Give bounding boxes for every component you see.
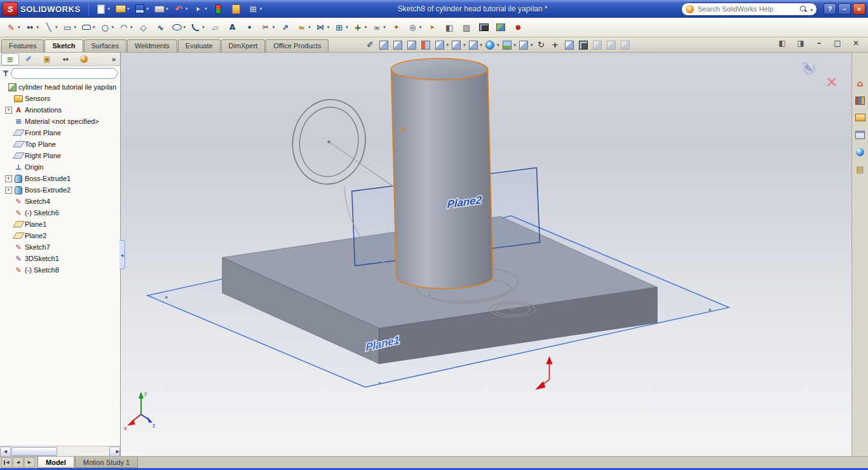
new-document-button[interactable] bbox=[94, 2, 112, 16]
screen-capture-button[interactable] bbox=[475, 20, 492, 34]
sketch-line[interactable] bbox=[329, 142, 394, 187]
display-delete-relations-button[interactable] bbox=[369, 20, 388, 34]
3d-drawing-view-button[interactable] bbox=[563, 39, 576, 51]
help-search-input[interactable] bbox=[696, 4, 797, 13]
restore-document-button[interactable] bbox=[829, 36, 846, 50]
material-not-specified-tree-item[interactable]: Material <not specified> bbox=[0, 116, 120, 127]
rotate-view-button[interactable] bbox=[535, 39, 548, 51]
save-image-button[interactable] bbox=[492, 20, 509, 34]
instant3d-button[interactable] bbox=[441, 20, 458, 34]
sketch-point[interactable] bbox=[379, 382, 381, 385]
open-document-button[interactable] bbox=[113, 2, 132, 16]
weldments-tab[interactable]: Weldments bbox=[127, 39, 177, 52]
cylinder-boss[interactable] bbox=[391, 58, 493, 288]
design-library-button[interactable] bbox=[853, 94, 867, 107]
section-view-button[interactable] bbox=[419, 39, 432, 51]
sketch-fillet-button[interactable] bbox=[188, 20, 207, 34]
plane1-tree-item[interactable]: Plane1 bbox=[0, 218, 120, 230]
ellipse-button[interactable] bbox=[170, 20, 188, 34]
linear-sketch-pattern-button[interactable] bbox=[332, 20, 350, 34]
line-button[interactable] bbox=[41, 20, 60, 34]
record-video-button[interactable] bbox=[510, 20, 526, 34]
help-button[interactable] bbox=[824, 3, 836, 15]
evaluate-tab[interactable]: Evaluate bbox=[178, 39, 220, 52]
motion-study-1-tab[interactable]: Motion Study 1 bbox=[75, 457, 138, 468]
sketch4-tree-item[interactable]: Sketch4 bbox=[0, 196, 120, 207]
tree-root-part[interactable]: cylinder head tutorial ile yapılan bbox=[0, 81, 120, 93]
viewport[interactable]: Plane2 Plane1 x y z bbox=[121, 53, 868, 456]
offset-entities-button[interactable] bbox=[294, 20, 313, 34]
3dsketch1-tree-item[interactable]: 3DSketch1 bbox=[0, 253, 120, 264]
surfaces-tab[interactable]: Surfaces bbox=[84, 39, 126, 52]
repair-sketch-button[interactable] bbox=[388, 20, 405, 34]
front-plane-tree-item[interactable]: Front Plane bbox=[0, 127, 120, 138]
exit-sketch-button[interactable] bbox=[798, 58, 820, 79]
toggle-task-pane-button[interactable] bbox=[792, 36, 809, 50]
sketch-point[interactable] bbox=[165, 296, 168, 299]
convert-entities-button[interactable] bbox=[277, 20, 294, 34]
centerpoint-arc-button[interactable] bbox=[116, 20, 135, 34]
annotations-tree-item[interactable]: Annotations bbox=[0, 104, 120, 116]
sketch-snap-button[interactable] bbox=[363, 39, 376, 51]
minimize-document-button[interactable] bbox=[811, 36, 827, 50]
previous-view-button[interactable] bbox=[405, 39, 418, 51]
expand-icon[interactable] bbox=[5, 187, 12, 194]
magnified-selection-button[interactable] bbox=[591, 39, 604, 51]
trim-entities-button[interactable] bbox=[259, 20, 277, 34]
scrollbar-thumb[interactable] bbox=[11, 447, 57, 456]
exit-sketch-button[interactable] bbox=[4, 20, 22, 34]
display-style-button[interactable] bbox=[451, 39, 466, 51]
sketch-point[interactable] bbox=[709, 309, 711, 311]
options-button[interactable] bbox=[246, 2, 264, 16]
panel-collapse-handle[interactable] bbox=[119, 240, 125, 269]
origin-tree-item[interactable]: Origin bbox=[0, 161, 120, 173]
zoom-to-fit-button[interactable] bbox=[377, 39, 390, 51]
filter-graphics-button[interactable] bbox=[605, 39, 618, 51]
edit-appearance-button[interactable] bbox=[484, 39, 500, 51]
hide-show-items-button[interactable] bbox=[467, 39, 483, 51]
search-icon[interactable] bbox=[799, 5, 808, 13]
sketch6-tree-item[interactable]: (-) Sketch6 bbox=[0, 207, 120, 218]
rebuild-button[interactable] bbox=[210, 2, 227, 16]
move-entities-button[interactable] bbox=[351, 20, 369, 34]
expand-icon[interactable] bbox=[5, 107, 12, 114]
camera-button[interactable] bbox=[577, 39, 590, 51]
configurationmanager-tab[interactable] bbox=[38, 53, 56, 65]
save-button[interactable] bbox=[133, 2, 151, 16]
isolate-button[interactable] bbox=[619, 39, 632, 51]
office-products-tab[interactable]: Office Products bbox=[266, 39, 329, 52]
solidworks-resources-button[interactable] bbox=[853, 77, 867, 90]
sketch8-tree-item[interactable]: (-) Sketch8 bbox=[0, 264, 120, 276]
tree-filter-input[interactable] bbox=[11, 68, 118, 79]
right-plane-tree-item[interactable]: Right Plane bbox=[0, 150, 120, 161]
scroll-prev-button[interactable] bbox=[13, 457, 24, 467]
shaded-sketch-contours-button[interactable] bbox=[458, 20, 475, 34]
print-button[interactable] bbox=[152, 2, 170, 16]
search-options-chevron-icon[interactable] bbox=[810, 5, 813, 13]
custom-properties-button[interactable] bbox=[853, 163, 867, 175]
dimxpert-tab[interactable]: DimXpert bbox=[221, 39, 266, 52]
close-button[interactable] bbox=[853, 3, 865, 15]
quick-snaps-button[interactable] bbox=[405, 20, 424, 34]
zoom-to-area-button[interactable] bbox=[391, 39, 404, 51]
apply-scene-button[interactable] bbox=[501, 39, 517, 51]
sketch7-tree-item[interactable]: Sketch7 bbox=[0, 241, 120, 253]
point-button[interactable] bbox=[241, 20, 258, 34]
mirror-entities-button[interactable] bbox=[313, 20, 332, 34]
undo-button[interactable] bbox=[172, 2, 190, 16]
file-properties-button[interactable] bbox=[228, 2, 245, 16]
scroll-right-icon[interactable] bbox=[109, 446, 120, 457]
corner-rectangle-button[interactable] bbox=[60, 20, 79, 34]
text-button[interactable] bbox=[224, 20, 241, 34]
appearances-scenes-button[interactable] bbox=[853, 145, 867, 158]
sensors-tree-item[interactable]: Sensors bbox=[0, 93, 120, 104]
rapid-sketch-button[interactable] bbox=[424, 20, 440, 34]
spline-button[interactable] bbox=[153, 20, 169, 34]
dimxpertmanager-tab[interactable] bbox=[57, 53, 74, 65]
toggle-featuremanager-pane-button[interactable] bbox=[774, 36, 790, 50]
scroll-next-button[interactable] bbox=[24, 457, 35, 467]
displaymanager-tab[interactable] bbox=[75, 53, 93, 65]
boss-extrude2-tree-item[interactable]: Boss-Extrude2 bbox=[0, 184, 120, 196]
plane2-tree-item[interactable]: Plane2 bbox=[0, 230, 120, 241]
propertymanager-tab[interactable] bbox=[20, 53, 37, 65]
